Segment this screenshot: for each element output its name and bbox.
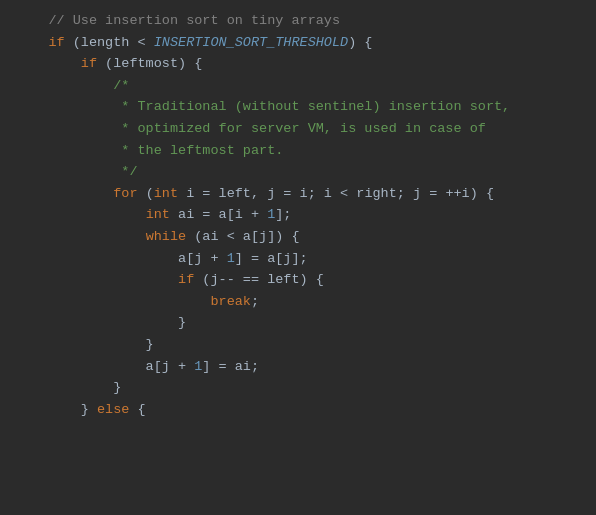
code-line: /* [0,75,596,97]
code-token: 1 [194,356,202,378]
code-line: */ [0,161,596,183]
code-editor: // Use insertion sort on tiny arrays if … [0,0,596,430]
code-token [16,183,113,205]
code-token: break [210,291,251,313]
code-line: if (length < INSERTION_SORT_THRESHOLD) { [0,32,596,54]
code-token: { [129,399,145,421]
code-line: if (j-- == left) { [0,269,596,291]
code-token: ; [251,291,259,313]
code-token: while [146,226,187,248]
code-line: * optimized for server VM, is used in ca… [0,118,596,140]
code-token: int [154,183,178,205]
code-token: (ai < a[j]) { [186,226,299,248]
code-token: if [81,53,97,75]
code-token: (j-- == left) { [194,269,324,291]
code-token: for [113,183,137,205]
code-token: (leftmost) { [97,53,202,75]
code-line: while (ai < a[j]) { [0,226,596,248]
code-token: * optimized for server VM, is used in ca… [16,118,486,140]
code-token [16,53,81,75]
code-line: int ai = a[i + 1]; [0,204,596,226]
code-token: if [178,269,194,291]
code-token: else [97,399,129,421]
code-token: */ [16,161,138,183]
code-line: a[j + 1] = a[j]; [0,248,596,270]
code-line: a[j + 1] = ai; [0,356,596,378]
code-line: } [0,312,596,334]
code-token: a[j + [16,356,194,378]
code-line: } else { [0,399,596,421]
code-token: i = left, j = i; i < right; j = ++i) { [178,183,494,205]
code-token: // Use insertion sort on tiny arrays [16,10,340,32]
code-line: * Traditional (without sentinel) inserti… [0,96,596,118]
code-token: int [146,204,170,226]
code-token: 1 [227,248,235,270]
code-token: ( [138,183,154,205]
code-token: } [16,334,154,356]
code-token: if [48,32,64,54]
code-token: (length < [65,32,154,54]
code-token [16,291,210,313]
code-token: /* [16,75,129,97]
code-line: } [0,334,596,356]
code-token: a[j + [16,248,227,270]
code-token: INSERTION_SORT_THRESHOLD [154,32,348,54]
code-token [16,269,178,291]
code-line: } [0,377,596,399]
code-token [16,226,146,248]
code-token [16,32,48,54]
code-token: } [16,312,186,334]
code-token: } [16,377,121,399]
code-token: ] = a[j]; [235,248,308,270]
code-line: break; [0,291,596,313]
code-token: ]; [275,204,291,226]
code-token: * the leftmost part. [16,140,283,162]
code-token [16,204,146,226]
code-token: * Traditional (without sentinel) inserti… [16,96,510,118]
code-token: 1 [267,204,275,226]
code-token: ) { [348,32,372,54]
code-token: ] = ai; [202,356,259,378]
code-token: ai = a[i + [170,204,267,226]
code-line: if (leftmost) { [0,53,596,75]
code-line: for (int i = left, j = i; i < right; j =… [0,183,596,205]
code-line: * the leftmost part. [0,140,596,162]
code-token: } [16,399,97,421]
code-line: // Use insertion sort on tiny arrays [0,10,596,32]
